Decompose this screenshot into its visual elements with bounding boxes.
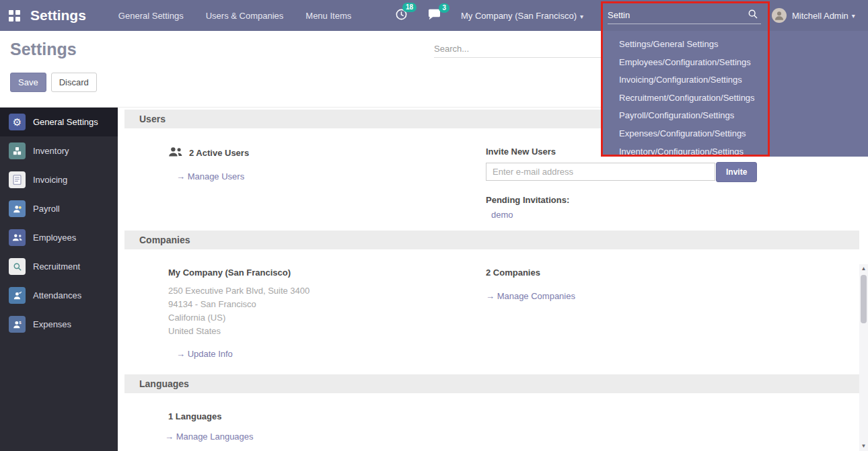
recruitment-icon [9, 258, 26, 275]
page-title: Settings [10, 40, 77, 59]
messages-menu[interactable]: 3 [428, 9, 441, 23]
top-menu: General Settings Users & Companies Menu … [118, 11, 373, 21]
sidebar-item-invoicing[interactable]: Invoicing [0, 165, 118, 194]
search-result[interactable]: Expenses/Configuration/Settings [619, 125, 868, 143]
section-header-languages: Languages [124, 374, 859, 393]
payroll-icon [9, 200, 26, 217]
sidebar-item-expenses[interactable]: $ Expenses [0, 310, 118, 339]
company-name: My Company (San Francisco) [168, 268, 486, 278]
pending-invitee-link[interactable]: demo [491, 210, 513, 220]
avatar [772, 8, 787, 23]
sidebar-item-inventory[interactable]: Inventory [0, 136, 118, 165]
activity-menu[interactable]: 18 [395, 8, 408, 24]
expenses-icon: $ [9, 316, 26, 333]
sidebar-item-employees[interactable]: Employees [0, 223, 118, 252]
search-result[interactable]: Settings/General Settings [619, 36, 868, 54]
search-result[interactable]: Payroll/Configuration/Settings [619, 107, 868, 125]
settings-search-input[interactable] [434, 40, 602, 58]
discard-button[interactable]: Discard [51, 73, 97, 92]
menu-general-settings[interactable]: General Settings [118, 11, 184, 21]
chevron-down-icon: ▾ [852, 12, 855, 19]
user-name: Mitchell Admin [792, 11, 848, 21]
gear-icon: ⚙ [9, 114, 26, 130]
apps-menu-icon[interactable] [9, 10, 20, 22]
invite-button[interactable]: Invite [716, 162, 757, 182]
scroll-down-icon[interactable]: ▼ [861, 442, 867, 451]
invoicing-icon [9, 171, 26, 188]
update-info-link[interactable]: Update Info [176, 349, 233, 359]
sidebar-item-general-settings[interactable]: ⚙ General Settings [0, 108, 118, 136]
companies-count: 2 Companies [486, 268, 859, 278]
screen: Settings General Settings Users & Compan… [0, 0, 868, 451]
search-result[interactable]: Recruitment/Configuration/Settings [619, 89, 868, 108]
section-header-companies: Companies [124, 231, 859, 249]
navbar-search [601, 0, 769, 31]
user-menu[interactable]: Mitchell Admin ▾ [769, 8, 868, 23]
messages-badge: 3 [439, 3, 449, 13]
top-navbar: Settings General Settings Users & Compan… [0, 0, 868, 31]
menu-menu-items[interactable]: Menu Items [305, 11, 351, 21]
users-icon [168, 147, 189, 159]
search-result[interactable]: Invoicing/Configuration/Settings [619, 71, 868, 89]
company-switcher[interactable]: My Company (San Francisco)▾ [461, 11, 583, 21]
invite-email-input[interactable] [486, 163, 715, 181]
settings-search [434, 40, 602, 58]
scroll-up-icon[interactable]: ▲ [861, 264, 867, 274]
sidebar-item-attendances[interactable]: Attendances [0, 281, 118, 310]
sidebar-item-recruitment[interactable]: Recruitment [0, 252, 118, 281]
manage-users-link[interactable]: Manage Users [176, 171, 244, 181]
languages-section: 1 Languages Manage Languages [118, 393, 859, 442]
activity-badge: 18 [402, 3, 417, 12]
app-name[interactable]: Settings [30, 7, 86, 24]
save-button[interactable]: Save [10, 73, 46, 92]
search-suggestions-panel: Settings/General Settings Employees/Conf… [602, 31, 868, 157]
attendances-icon [9, 287, 26, 304]
pending-invitations-label: Pending Invitations: [486, 195, 859, 205]
active-users-line: 2 Active Users [168, 147, 486, 159]
scrollbar-thumb[interactable] [861, 275, 867, 323]
inventory-icon [9, 142, 26, 159]
chevron-down-icon: ▾ [580, 13, 583, 20]
search-result[interactable]: Inventory/Configuration/Settings [619, 143, 868, 161]
navbar-search-input[interactable] [608, 7, 761, 24]
company-address: 250 Executive Park Blvd, Suite 3400 9413… [168, 284, 486, 338]
svg-text:$: $ [19, 320, 22, 324]
manage-languages-link[interactable]: Manage Languages [165, 432, 254, 442]
control-panel-buttons: Save Discard [10, 73, 97, 92]
navbar-right: 18 3 My Company (San Francisco)▾ [395, 0, 868, 31]
companies-section: My Company (San Francisco) 250 Executive… [118, 249, 859, 374]
settings-sidebar: ⚙ General Settings Inventory Invoicing [0, 108, 118, 451]
manage-companies-link[interactable]: Manage Companies [486, 291, 575, 301]
menu-users-companies[interactable]: Users & Companies [206, 11, 284, 21]
employees-icon [9, 229, 26, 246]
sidebar-item-payroll[interactable]: Payroll [0, 194, 118, 223]
search-result[interactable]: Employees/Configuration/Settings [619, 54, 868, 72]
languages-count: 1 Languages [168, 411, 486, 421]
vertical-scrollbar[interactable]: ▲ ▼ [859, 264, 868, 451]
